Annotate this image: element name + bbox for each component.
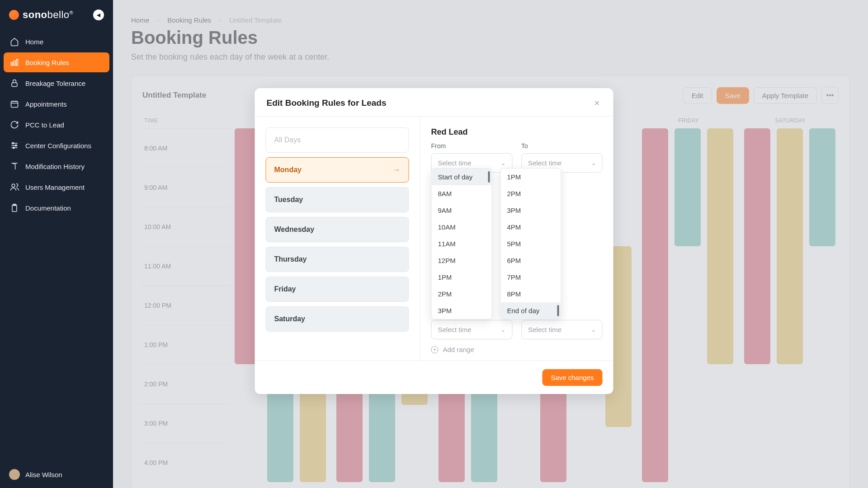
sidebar-item-label: Home [25,38,43,46]
day-pills: All Days Monday → Tuesday Wednesday Thur… [266,127,409,332]
collapse-sidebar-button[interactable]: ◄ [93,9,104,20]
dropdown-item[interactable]: 6PM [501,252,561,269]
day-pill-tuesday[interactable]: Tuesday [266,187,409,212]
scrollbar-thumb[interactable] [488,171,490,183]
sidebar-item-home[interactable]: Home [4,32,109,52]
day-pill-monday[interactable]: Monday → [266,157,409,183]
sidebar-item-label: Modification History [25,163,85,170]
day-pill-label: All Days [274,136,301,144]
select-placeholder: Select time [438,159,472,167]
to-time-dropdown: 1PM 2PM 3PM 4PM 5PM 6PM 7PM 8PM End of d… [500,168,561,319]
users-icon [10,183,19,192]
from-time-select-2[interactable]: Select time ⌄ [431,320,513,339]
sidebar-item-label: Appointments [25,100,67,108]
dropdown-item[interactable]: 5PM [501,235,561,252]
sidebar-item-label: Documentation [25,204,71,212]
modal-settings-column: Red Lead From Select time ⌄ To Select ti… [420,117,613,361]
add-range-label: Add range [443,346,474,353]
chevron-down-icon: ⌄ [591,160,596,166]
lock-icon [10,79,19,88]
day-pill-friday[interactable]: Friday [266,277,409,302]
day-pill-all-days[interactable]: All Days [266,127,409,153]
dropdown-item[interactable]: 8PM [501,286,561,302]
sidebar-item-label: PCC to Lead [25,121,64,129]
dropdown-item[interactable]: 11AM [432,235,492,252]
clipboard-icon [10,203,19,212]
home-icon [10,37,19,46]
chart-icon [10,58,19,67]
dropdown-item[interactable]: End of day [501,302,561,319]
to-time-select-2[interactable]: Select time ⌄ [521,320,603,339]
modal-header: Edit Booking Rules for Leads [255,88,613,116]
modal-title: Edit Booking Rules for Leads [267,98,387,108]
sliders-icon [10,141,19,150]
selects-row-2: Select time ⌄ Select time ⌄ [431,320,603,339]
logo-text: sonobello® [23,9,73,21]
svg-rect-0 [11,62,13,66]
dropdown-item[interactable]: 4PM [501,219,561,235]
sidebar-header: sonobello® ◄ [0,0,113,32]
from-time-dropdown: Start of day 8AM 9AM 10AM 11AM 12PM 1PM … [431,168,492,319]
book-icon [10,162,19,171]
dropdown-item[interactable]: 1PM [432,269,492,286]
nav: Home Booking Rules Breakage Tolerance Ap… [0,32,113,461]
svg-rect-1 [14,61,15,66]
svg-rect-4 [11,101,18,107]
day-pill-thursday[interactable]: Thursday [266,247,409,272]
from-label: From [431,142,513,150]
to-label: To [521,142,603,150]
avatar [9,469,20,480]
arrow-right-icon: → [393,166,401,174]
save-changes-button[interactable]: Save changes [542,369,602,386]
dropdown-item[interactable]: 2PM [432,286,492,302]
dropdown-item[interactable]: 2PM [501,185,561,202]
modal-footer: Save changes [255,361,613,394]
dropdown-item[interactable]: 1PM [501,169,561,185]
user-name: Alise Wilson [25,471,62,479]
day-pill-label: Friday [274,285,296,293]
dropdown-item[interactable]: 3PM [501,202,561,219]
refresh-icon [10,120,19,129]
sidebar-item-label: Users Management [25,183,85,191]
select-placeholder: Select time [528,159,561,167]
logo[interactable]: sonobello® [9,9,73,21]
day-pill-label: Monday [274,166,302,174]
sidebar-item-appointments[interactable]: Appointments [4,94,109,114]
sidebar-item-label: Center Configurations [25,142,91,150]
dropdown-item[interactable]: 10AM [432,219,492,235]
dropdown-item[interactable]: 8AM [432,185,492,202]
sidebar-item-label: Booking Rules [25,59,69,66]
dropdown-item[interactable]: 3PM [432,302,492,319]
sidebar-item-pcc-to-lead[interactable]: PCC to Lead [4,115,109,135]
sidebar: sonobello® ◄ Home Booking Rules Breakage… [0,0,113,488]
day-pill-wednesday[interactable]: Wednesday [266,217,409,242]
logo-icon [9,10,19,20]
day-pill-label: Wednesday [274,225,315,234]
sidebar-item-center-configurations[interactable]: Center Configurations [4,136,109,155]
day-pill-label: Tuesday [274,196,303,204]
chevron-down-icon: ⌄ [501,160,505,166]
sidebar-item-modification-history[interactable]: Modification History [4,156,109,176]
dropdown-item[interactable]: Start of day [432,169,492,185]
add-range-button[interactable]: + Add range [431,346,603,353]
sidebar-item-booking-rules[interactable]: Booking Rules [4,52,109,72]
sidebar-item-documentation[interactable]: Documentation [4,198,109,218]
select-placeholder: Select time [528,326,561,333]
dropdown-item[interactable]: 12PM [432,252,492,269]
chevron-down-icon: ⌄ [501,327,505,333]
chevron-down-icon: ⌄ [591,327,596,333]
plus-icon: + [431,346,439,353]
day-pill-saturday[interactable]: Saturday [266,306,409,332]
select-placeholder: Select time [438,326,472,333]
svg-point-8 [12,184,15,187]
dropdown-item[interactable]: 7PM [501,269,561,286]
dropdown-item[interactable]: 9AM [432,202,492,219]
sidebar-item-users-management[interactable]: Users Management [4,177,109,197]
close-modal-button[interactable] [593,99,602,108]
modal-body: All Days Monday → Tuesday Wednesday Thur… [255,117,613,361]
sidebar-footer[interactable]: Alise Wilson [0,461,113,488]
sidebar-item-breakage-tolerance[interactable]: Breakage Tolerance [4,73,109,93]
edit-booking-rules-modal: Edit Booking Rules for Leads All Days Mo… [255,88,613,394]
scrollbar-thumb[interactable] [557,305,559,316]
calendar-icon [10,99,19,108]
